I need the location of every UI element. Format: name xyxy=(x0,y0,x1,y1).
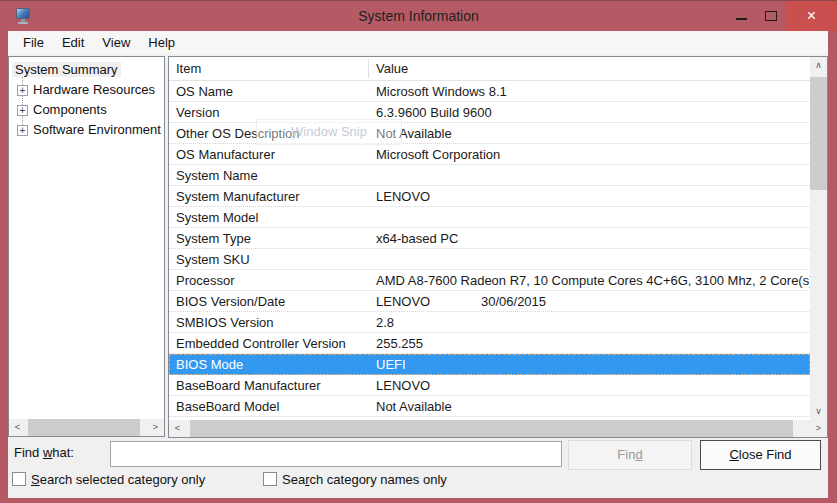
sidebar-item-components[interactable]: +Components xyxy=(17,101,107,119)
row-value-cell: Microsoft Corporation xyxy=(376,144,500,165)
expand-plus-icon[interactable]: + xyxy=(17,105,28,116)
title-bar[interactable]: System Information × xyxy=(0,1,837,31)
scroll-left-icon[interactable]: < xyxy=(9,419,26,436)
row-value-cell: 2.8 xyxy=(376,312,394,333)
maximize-icon xyxy=(765,11,777,21)
search-selected-category-label: Search selected category only xyxy=(31,472,205,487)
table-row[interactable]: BaseBoard ManufacturerLENOVO xyxy=(169,375,810,396)
menu-item-edit[interactable]: Edit xyxy=(53,33,93,52)
sidebar-item-label: System Summary xyxy=(12,62,121,77)
row-value-cell: LENOVO30/06/2015 xyxy=(376,291,546,312)
row-item-cell: System Manufacturer xyxy=(176,186,300,207)
row-item-cell: OS Name xyxy=(176,81,233,102)
row-item-cell: Embedded Controller Version xyxy=(176,333,346,354)
row-item-cell: BaseBoard Model xyxy=(176,396,279,417)
system-information-window: System Information × FileEditViewHelp Sy… xyxy=(0,0,837,503)
column-header-value[interactable]: Value xyxy=(376,61,408,76)
sidebar-item-software-environment[interactable]: +Software Environment xyxy=(17,121,161,139)
row-value-cell: LENOVO xyxy=(376,375,430,396)
table-row[interactable]: System SKU xyxy=(169,249,810,270)
menu-item-help[interactable]: Help xyxy=(139,33,184,52)
row-value-cell: Not Available xyxy=(376,396,452,417)
row-item-cell: System SKU xyxy=(176,249,250,270)
table-row[interactable]: SMBIOS Version2.8 xyxy=(169,312,810,333)
search-selected-category-checkbox[interactable] xyxy=(12,472,26,486)
maximize-button[interactable] xyxy=(756,1,786,31)
scroll-right-icon[interactable]: > xyxy=(147,419,164,436)
scroll-right-icon[interactable]: > xyxy=(810,420,827,437)
table-row[interactable]: System Name xyxy=(169,165,810,186)
scroll-left-icon[interactable]: < xyxy=(169,420,186,437)
row-item-cell: Processor xyxy=(176,270,235,291)
close-button[interactable]: × xyxy=(786,1,837,31)
row-value-cell: AMD A8-7600 Radeon R7, 10 Compute Cores … xyxy=(376,270,810,291)
close-icon: × xyxy=(807,7,816,25)
table-row[interactable]: System ManufacturerLENOVO xyxy=(169,186,810,207)
expand-plus-icon[interactable]: + xyxy=(17,85,28,96)
row-item-cell: System Type xyxy=(176,228,251,249)
table-row[interactable]: ProcessorAMD A8-7600 Radeon R7, 10 Compu… xyxy=(169,270,810,291)
scroll-up-icon[interactable]: ∧ xyxy=(810,57,827,74)
menu-item-view[interactable]: View xyxy=(93,33,139,52)
row-item-cell: OS Manufacturer xyxy=(176,144,275,165)
find-input[interactable] xyxy=(110,441,562,467)
search-category-names-checkbox[interactable] xyxy=(263,472,277,486)
row-value-cell: Microsoft Windows 8.1 xyxy=(376,81,507,102)
row-value-cell: 255.255 xyxy=(376,333,423,354)
sidebar-item-system-summary[interactable]: System Summary xyxy=(12,61,121,79)
sidebar-item-label: Components xyxy=(33,102,107,117)
list-hscroll-thumb[interactable] xyxy=(190,420,793,437)
table-row[interactable]: System Model xyxy=(169,207,810,228)
expand-plus-icon[interactable]: + xyxy=(17,125,28,136)
search-category-names-label: Search category names only xyxy=(282,472,447,487)
scroll-down-icon[interactable]: ∨ xyxy=(810,403,827,420)
find-button[interactable]: Find xyxy=(568,440,692,470)
category-tree-panel: System Summary+Hardware Resources+Compon… xyxy=(8,56,165,437)
minimize-icon xyxy=(736,18,747,20)
row-item-cell: System Model xyxy=(176,207,258,228)
row-item-cell: System Name xyxy=(176,165,258,186)
find-what-label: Find what: xyxy=(14,445,74,460)
column-header-item[interactable]: Item xyxy=(176,61,201,76)
client-area: System Summary+Hardware Resources+Compon… xyxy=(8,54,828,498)
column-divider[interactable] xyxy=(368,59,369,78)
table-row[interactable]: BaseBoard ModelNot Available xyxy=(169,396,810,417)
row-item-cell: BaseBoard Manufacturer xyxy=(176,375,321,396)
row-value-cell: x64-based PC xyxy=(376,228,458,249)
list-vertical-scrollbar[interactable]: ∧ ∨ xyxy=(810,57,827,420)
table-row[interactable]: System Typex64-based PC xyxy=(169,228,810,249)
menu-item-file[interactable]: File xyxy=(14,33,53,52)
minimize-button[interactable] xyxy=(726,1,756,31)
menu-bar: FileEditViewHelp xyxy=(8,31,828,54)
table-row[interactable]: Embedded Controller Version255.255 xyxy=(169,333,810,354)
close-find-button[interactable]: Close Find xyxy=(700,440,821,470)
sidebar-item-hardware-resources[interactable]: +Hardware Resources xyxy=(17,81,155,99)
sidebar-item-label: Software Environment xyxy=(33,122,161,137)
row-item-cell: BIOS Version/Date xyxy=(176,291,285,312)
detail-list-panel: Item Value OS NameMicrosoft Windows 8.1V… xyxy=(168,56,828,438)
tree-hscroll-thumb[interactable] xyxy=(28,419,140,436)
row-value-cell: UEFI xyxy=(376,354,406,375)
tree-horizontal-scrollbar[interactable]: < > xyxy=(9,419,164,436)
list-header[interactable]: Item Value xyxy=(169,57,810,81)
sidebar-item-label: Hardware Resources xyxy=(33,82,155,97)
row-item-cell: Version xyxy=(176,102,219,123)
row-item-cell: SMBIOS Version xyxy=(176,312,274,333)
vscroll-thumb[interactable] xyxy=(810,77,827,190)
table-row-selected[interactable]: BIOS ModeUEFI xyxy=(169,354,810,375)
snip-tooltip-ghost: Window Snip xyxy=(256,119,402,145)
row-item-cell: BIOS Mode xyxy=(176,354,243,375)
row-value-cell: LENOVO xyxy=(376,186,430,207)
window-title: System Information xyxy=(0,8,837,24)
category-tree: System Summary+Hardware Resources+Compon… xyxy=(9,59,164,418)
table-row[interactable]: BIOS Version/DateLENOVO30/06/2015 xyxy=(169,291,810,312)
list-horizontal-scrollbar[interactable]: < > xyxy=(169,420,827,437)
table-row[interactable]: OS ManufacturerMicrosoft Corporation xyxy=(169,144,810,165)
table-row[interactable]: OS NameMicrosoft Windows 8.1 xyxy=(169,81,810,102)
